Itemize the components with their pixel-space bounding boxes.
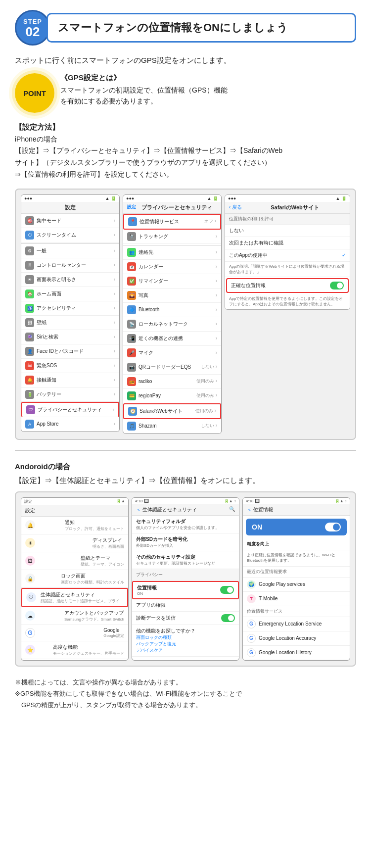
point-desc: スマートフォンの初期設定で、位置情報（GPS）機能を有効にする必要があります。	[60, 85, 356, 107]
priv-item: 💳regionPay 使用のみ ›	[123, 389, 221, 403]
android-status-1: 設定🔋▲	[21, 498, 128, 505]
android-item: 外部SDカードを暗号化 外部SDカードが挿入	[132, 533, 239, 551]
android-item: 🔒 ロック画面画面ロックの種類、時計のスタイル	[21, 570, 128, 588]
list-item: 🏠ホーム画面›	[21, 287, 119, 301]
location-services-label: 位置情報サービス	[243, 606, 350, 617]
android-item: ☁ アカウントとバックアップSamsungクラウド、Smart Switch	[21, 607, 128, 625]
iphone-subtitle: iPhoneの場合	[15, 134, 356, 145]
android-item-location: 位置情報 ON	[132, 581, 239, 599]
step-header: STEP 02 スマートフォンの位置情報をONにしましょう	[15, 10, 356, 46]
location-item-tmobile: T T-Mobile	[243, 592, 350, 606]
iphone-instructions: 【設定】⇒【プライバシーとセキュリティ】⇒【位置情報サービス】⇒【Safariの…	[15, 145, 356, 180]
list-item: 🔋バッテリー›	[21, 387, 119, 402]
footer-note1: ※機種によっては、文言や操作が異なる場合があります。	[15, 676, 356, 688]
screen2-title: 設定 プライバシーとセキュリティ	[123, 202, 221, 214]
priv-item: 🎤マイク›	[123, 346, 221, 360]
list-item: ⚙一般›	[21, 243, 119, 258]
step-title: スマートフォンの位置情報をONにしましょう	[58, 21, 288, 34]
android-item: 他の機能をお探しですか？ 画面ロックの種類 バックアップと復元 デバイスケア	[132, 625, 239, 657]
list-item-appstore: AApp Store›	[21, 417, 119, 432]
android-item-security: 🛡 生体認証とセキュリティ顔認証、指紋リモート追跡サービス、プライ...	[21, 588, 128, 607]
settings-title: 【設定方法】	[15, 121, 356, 134]
android-screen3-header: ＜ 位置情報	[243, 504, 350, 516]
iphone-screen2: ●●●▲ 🔋 設定 プライバシーとセキュリティ 📍位置情報サービス オフ › 🔭…	[123, 194, 222, 434]
android-list-2: セキュリティフォルダ 個人のファイルやアプリを安全に保護します。 外部SDカード…	[132, 516, 239, 657]
iphone-screen3: ●●●▲ 🔋 ‹ 戻る SafariのWebサイト 位置情報の利用を許可 しない…	[225, 194, 350, 310]
list-item: 🔮Siriと検索›	[21, 330, 119, 344]
settings-list-1: 🎯集中モード› ⏱スクリーンタイム› ⚙一般› 🎛コントロールセンター› ☀画面…	[21, 214, 119, 432]
android-screenshots: 設定🔋▲ 設定 🔔 通知ブロック、許可、通知をミュート ☀ ディスプレイ明るさ、…	[15, 491, 356, 667]
on-button[interactable]: ON	[246, 519, 347, 535]
status-bar-2: ●●●▲ 🔋	[123, 195, 221, 202]
safari-header: ‹ 戻る SafariのWebサイト	[225, 202, 350, 214]
safari-option-next: 次回または共有時に確認	[225, 237, 350, 249]
point-row: POINT 《GPS設定とは》 スマートフォンの初期設定で、位置情報（GPS）機…	[15, 73, 356, 113]
android-status-2: 4:18 🔲🔋▲ ↕	[132, 498, 239, 504]
privacy-list: 📍位置情報サービス オフ › 🔭トラッキング› 👥連絡先› 📅カレンダー› ✅リ…	[123, 214, 221, 434]
safari-note2: Appで特定の位置情報を使用できるようにします。この設定をオフにすると、Appは…	[225, 294, 350, 309]
point-title: 《GPS設定とは》	[60, 73, 356, 83]
android-screen1: 設定🔋▲ 設定 🔔 通知ブロック、許可、通知をミュート ☀ ディスプレイ明るさ、…	[21, 497, 129, 661]
android-item: その他のセキュリティ設定 セキュリティ更新、認証情報ストレージなど	[132, 551, 239, 569]
android-instructions: 【設定】⇒【生体認証とセキュリティ】⇒【位置情報】をオンにします。	[15, 475, 356, 486]
accurate-location-toggle[interactable]	[330, 282, 344, 289]
point-content: 《GPS設定とは》 スマートフォンの初期設定で、位置情報（GPS）機能を有効にす…	[60, 73, 356, 107]
android-item-google: G GoogleGoogle設定	[21, 625, 128, 641]
safari-option-no: しない	[225, 225, 350, 237]
priv-item: 🎵Shazam しない ›	[123, 419, 221, 434]
footer-note2: ※GPS機能を有効にしても取得できない場合は、Wi-Fi機能をオンにすることで …	[15, 688, 356, 711]
priv-item: 🔭トラッキング›	[123, 230, 221, 244]
android-item: 🔔 通知ブロック、許可、通知をミュート	[21, 517, 128, 534]
list-item: ☀画面表示と明るさ›	[21, 273, 119, 287]
priv-item: 📲近くの機器との連携›	[123, 332, 221, 346]
list-item: 👤Face IDとパスコード›	[21, 344, 119, 359]
location-item-gps: 🌍 Google Play services	[243, 578, 350, 592]
priv-item-safari: 🧭SafariのWebサイト 使用のみ ›	[123, 403, 221, 419]
status-bar-1: ●●●▲ 🔋	[21, 195, 119, 202]
priv-item: 📷QRコードリーダーEQS しない ›	[123, 360, 221, 375]
safari-section-label: 位置情報の利用を許可	[225, 214, 350, 225]
on-toggle[interactable]	[325, 523, 341, 531]
safari-note1: Appの説明:「閲覧するWebサイトにより位置情報が要求される場合があります。」	[225, 262, 350, 277]
step-title-box: スマートフォンの位置情報をONにしましょう	[46, 13, 356, 43]
android-status-3: 4:18 🔲🔋▲ ↕	[243, 498, 350, 504]
accuracy-title: 精度を向上	[243, 538, 350, 550]
android-screen3: 4:18 🔲🔋▲ ↕ ＜ 位置情報 ON 精度を向上 より正確に位置情報を確認で…	[242, 497, 350, 661]
android-section: Andoroidの場合 【設定】⇒【生体認証とセキュリティ】⇒【位置情報】をオン…	[15, 461, 356, 486]
section-divider	[15, 450, 356, 451]
priv-item: ✅リマインダー›	[123, 274, 221, 289]
android-item: ⭐ 高度な機能モーションとジェスチャー、片手モード	[21, 641, 128, 659]
android-screen2: 4:18 🔲🔋▲ ↕ ＜ 生体認証とセキュリティ 🔍 セキュリティフォルダ 個人…	[132, 497, 239, 661]
location-toggle[interactable]	[220, 586, 234, 594]
safari-option-using: このAppの使用中	[225, 249, 350, 262]
priv-item: 📻radiko 使用のみ ›	[123, 375, 221, 389]
iphone-screen1: ●●●▲ 🔋 設定 🎯集中モード› ⏱スクリーンタイム› ⚙一般› 🎛コントロー…	[21, 194, 120, 432]
android-item: アプリの権限	[132, 599, 239, 612]
list-item: 🖼壁紙›	[21, 316, 119, 330]
android-screen1-title: 設定	[21, 505, 128, 517]
android-title: Andoroidの場合	[15, 461, 356, 473]
diag-toggle[interactable]	[221, 614, 235, 622]
location-item-emergency: GEmergency Location Service	[243, 617, 350, 631]
priv-item: 👥連絡先›	[123, 245, 221, 260]
list-item: ⏱スクリーンタイム›	[21, 228, 119, 242]
android-screen2-header: ＜ 生体認証とセキュリティ 🔍	[132, 504, 239, 516]
accuracy-desc: より正確に位置情報を確認できるように、Wi-FiとBluetoothを使用します…	[243, 550, 350, 567]
android-item: 🖼 壁紙とテーマ壁紙、テーマ、アイコン	[21, 552, 128, 570]
list-item: 🎯集中モード›	[21, 214, 119, 228]
intro-text: スポットに行く前にスマートフォンのGPS設定をオンにします。	[15, 54, 356, 66]
android-list-1: 🔔 通知ブロック、許可、通知をミュート ☀ ディスプレイ明るさ、画面画面 🖼 壁…	[21, 517, 128, 659]
on-label: ON	[252, 523, 262, 531]
android-item: 診断データを送信	[132, 612, 239, 625]
step-number: 02	[26, 25, 40, 38]
footer-notes: ※機種によっては、文言や操作が異なる場合があります。 ※GPS機能を有効にしても…	[15, 676, 356, 711]
iphone-screenshots: ●●●▲ 🔋 設定 🎯集中モード› ⏱スクリーンタイム› ⚙一般› 🎛コントロー…	[15, 189, 356, 440]
location-item-history: GGoogle Location History	[243, 646, 350, 660]
settings-section-iphone: 【設定方法】 iPhoneの場合 【設定】⇒【プライバシーとセキュリティ】⇒【位…	[15, 121, 356, 181]
android-section-header: プライバシー	[132, 569, 239, 581]
step-badge: STEP 02	[15, 10, 50, 46]
priv-item: 📅カレンダー›	[123, 260, 221, 274]
list-item: ♿アクセシビリティ›	[21, 301, 119, 316]
point-badge: POINT	[15, 73, 54, 113]
recent-label: 最近の位置情報要求	[243, 567, 350, 578]
